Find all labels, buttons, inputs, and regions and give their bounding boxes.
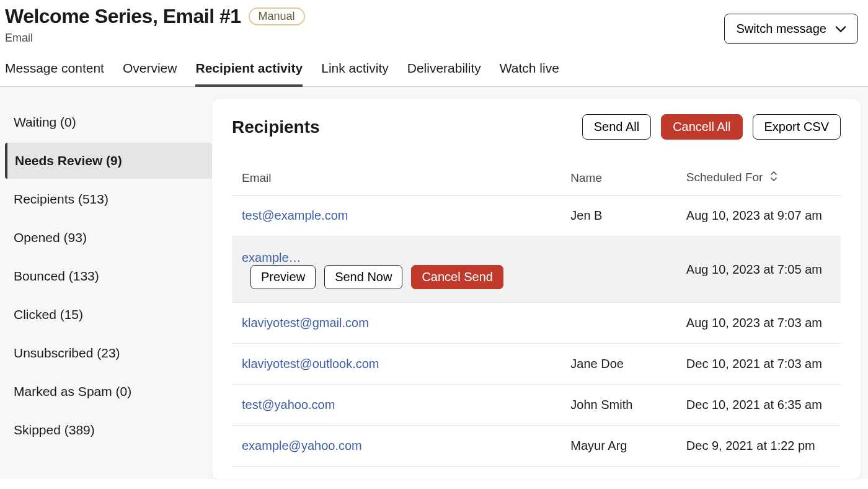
tab-deliverability[interactable]: Deliverability (407, 61, 481, 86)
col-scheduled[interactable]: Scheduled For (676, 163, 841, 195)
sidebar-item-clicked[interactable]: Clicked (15) (5, 297, 212, 333)
recipient-name: Jane Doe (560, 343, 676, 384)
send-now-button[interactable]: Send Now (324, 265, 402, 289)
recipient-email-link[interactable]: test@example.com (242, 209, 348, 222)
sidebar-item-needs-review[interactable]: Needs Review (9) (5, 143, 212, 179)
table-row: example@yahoo.com Mayur Arg Dec 9, 2021 … (232, 425, 841, 466)
preview-button[interactable]: Preview (250, 265, 316, 289)
recipient-scheduled: Aug 10, 2023 at 9:07 am (676, 195, 841, 236)
recipients-table: Email Name Scheduled For (232, 163, 841, 467)
export-csv-button[interactable]: Export CSV (753, 114, 841, 140)
tab-recipient-activity[interactable]: Recipient activity (195, 61, 303, 87)
sidebar-item-bounced[interactable]: Bounced (133) (5, 258, 212, 294)
recipient-email-link[interactable]: example… (242, 251, 301, 265)
recipient-email-link[interactable]: test@yahoo.com (242, 398, 335, 411)
tab-watch-live[interactable]: Watch live (500, 61, 559, 86)
recipient-name: Jen B (560, 195, 676, 236)
recipient-scheduled: Dec 10, 2021 at 7:03 am (676, 343, 841, 384)
tabs-nav: Message content Overview Recipient activ… (0, 61, 868, 87)
recipient-email-link[interactable]: example@yahoo.com (242, 439, 362, 452)
chevron-down-icon (835, 25, 846, 33)
recipient-scheduled: Dec 10, 2021 at 6:35 am (676, 384, 841, 425)
cancel-all-button[interactable]: Cancell All (661, 114, 742, 140)
recipient-email-link[interactable]: klaviyotest@gmail.com (242, 316, 369, 330)
table-row: test@yahoo.com John Smith Dec 10, 2021 a… (232, 384, 841, 425)
sidebar-item-skipped[interactable]: Skipped (389) (5, 412, 212, 448)
col-scheduled-label: Scheduled For (686, 171, 763, 184)
recipient-email-link[interactable]: klaviyotest@outlook.com (242, 357, 379, 370)
recipient-scheduled: Aug 10, 2023 at 7:05 am (676, 236, 841, 302)
recipient-name: John Smith (560, 384, 676, 425)
table-row: klaviyotest@gmail.com Aug 10, 2023 at 7:… (232, 302, 841, 343)
card-title: Recipients (232, 117, 320, 137)
tab-message-content[interactable]: Message content (5, 61, 104, 86)
sidebar-item-marked-spam[interactable]: Marked as Spam (0) (5, 374, 212, 410)
cancel-send-button[interactable]: Cancel Send (411, 265, 503, 289)
sidebar-item-waiting[interactable]: Waiting (0) (5, 104, 212, 140)
sidebar-item-recipients[interactable]: Recipients (513) (5, 181, 212, 217)
status-badge: Manual (249, 7, 305, 25)
recipient-name (560, 302, 676, 343)
sidebar-item-unsubscribed[interactable]: Unsubscribed (23) (5, 335, 212, 371)
recipient-scheduled: Aug 10, 2023 at 7:03 am (676, 302, 841, 343)
recipient-name (560, 236, 676, 302)
recipient-scheduled: Dec 9, 2021 at 1:22 pm (676, 425, 841, 466)
send-all-button[interactable]: Send All (582, 114, 651, 140)
switch-message-label: Switch message (736, 22, 826, 36)
sort-icon (770, 171, 777, 185)
switch-message-button[interactable]: Switch message (724, 14, 858, 44)
page-title: Welcome Series, Email #1 (5, 5, 241, 28)
page-subtitle: Email (5, 32, 305, 45)
tab-link-activity[interactable]: Link activity (321, 61, 389, 86)
table-row: klaviyotest@outlook.com Jane Doe Dec 10,… (232, 343, 841, 384)
col-email[interactable]: Email (232, 163, 560, 195)
sidebar: Waiting (0) Needs Review (9) Recipients … (0, 87, 212, 479)
table-row: example… Preview Send Now Cancel Send Au… (232, 236, 841, 302)
tab-overview[interactable]: Overview (123, 61, 177, 86)
col-name[interactable]: Name (560, 163, 676, 195)
recipients-card: Recipients Send All Cancell All Export C… (212, 99, 861, 479)
recipient-name: Mayur Arg (560, 425, 676, 466)
sidebar-item-opened[interactable]: Opened (93) (5, 220, 212, 256)
table-row: test@example.com Jen B Aug 10, 2023 at 9… (232, 195, 841, 236)
